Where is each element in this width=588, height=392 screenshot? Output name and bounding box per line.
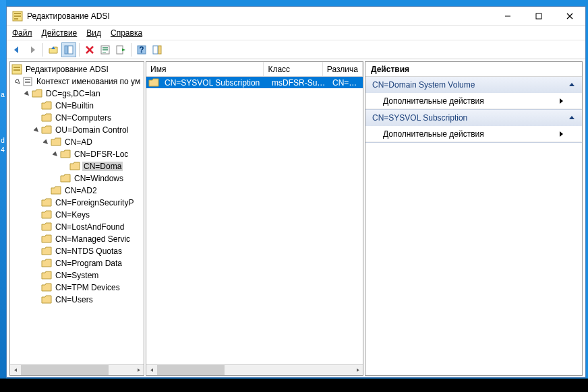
menu-view[interactable]: Вид xyxy=(86,28,101,38)
titlebar[interactable]: Редактирование ADSI xyxy=(7,7,585,26)
svg-marker-40 xyxy=(560,131,563,137)
cell-name: CN=SYSVOL Subscription xyxy=(161,78,268,88)
svg-rect-3 xyxy=(14,18,18,20)
folder-icon xyxy=(41,197,52,208)
tree-context[interactable]: Контекст именования по ум xyxy=(10,75,144,88)
scroll-thumb[interactable] xyxy=(21,365,109,375)
list-row-selected[interactable]: CN=SYSVOL Subscription msDFSR-Sub... CN=… xyxy=(146,77,363,88)
tree-label: CN=LostAndFound xyxy=(54,222,125,232)
action-head-label: CN=SYSVOL Subscription xyxy=(372,113,568,123)
help-button[interactable]: ? xyxy=(134,42,149,57)
back-button[interactable] xyxy=(9,42,24,57)
column-class[interactable]: Класс xyxy=(264,62,322,76)
svg-rect-11 xyxy=(65,46,67,54)
folder-icon xyxy=(41,294,52,305)
tree-label: CN=DFSR-Loc xyxy=(73,150,129,159)
refresh-button[interactable] xyxy=(98,42,113,57)
tree-item[interactable]: CN=Program Data xyxy=(10,257,144,269)
folder-icon xyxy=(41,125,52,135)
expand-icon[interactable] xyxy=(13,79,22,85)
tree-doma-selected[interactable]: CN=Doma xyxy=(10,160,144,172)
expand-icon[interactable] xyxy=(22,91,32,97)
svg-marker-33 xyxy=(14,368,17,372)
close-button[interactable] xyxy=(554,7,585,26)
minimize-button[interactable] xyxy=(492,7,523,26)
tree-ad[interactable]: CN=AD xyxy=(10,136,144,148)
tree-label: CN=Users xyxy=(54,295,94,304)
tree-label: CN=TPM Devices xyxy=(54,283,121,292)
actions-pane: Действия CN=Domain System Volume Дополни… xyxy=(365,61,583,376)
action-item-label: Дополнительные действия xyxy=(383,96,558,106)
tree-label: CN=Keys xyxy=(54,210,91,220)
menu-action[interactable]: Действие xyxy=(42,28,78,38)
tree-item[interactable]: CN=AD2 xyxy=(10,185,144,197)
column-name[interactable]: Имя xyxy=(146,62,264,76)
up-button[interactable] xyxy=(46,42,61,57)
scroll-thumb[interactable] xyxy=(157,365,225,375)
tree-item[interactable]: CN=Computers xyxy=(10,112,144,124)
svg-rect-16 xyxy=(117,46,123,54)
menu-file[interactable]: Файл xyxy=(12,28,32,38)
tree-label: CN=AD xyxy=(63,137,94,147)
folder-icon xyxy=(41,209,52,220)
toolbar-separator xyxy=(131,43,131,57)
svg-rect-1 xyxy=(14,13,21,14)
svg-marker-8 xyxy=(14,46,18,53)
svg-rect-28 xyxy=(25,81,30,83)
scroll-right-button[interactable] xyxy=(352,365,363,375)
tree-dfsr[interactable]: CN=DFSR-Loc xyxy=(10,148,144,160)
tree-scrollbar-horizontal[interactable] xyxy=(10,364,144,375)
actions-pane-button[interactable] xyxy=(150,42,165,57)
tree-item[interactable]: CN=Windows xyxy=(10,172,144,185)
maximize-button[interactable] xyxy=(523,7,554,26)
tree-root[interactable]: Редактирование ADSI xyxy=(10,63,144,75)
action-group-2: CN=SYSVOL Subscription Дополнительные де… xyxy=(365,110,582,143)
tree-item[interactable]: CN=Keys xyxy=(10,209,144,221)
tree-label: CN=Builtin xyxy=(54,101,95,110)
expand-icon[interactable] xyxy=(32,127,41,133)
tree[interactable]: Редактирование ADSI Контекст именования … xyxy=(10,62,144,364)
tree-item[interactable]: CN=TPM Devices xyxy=(10,282,144,294)
column-dn[interactable]: Различа xyxy=(323,62,363,76)
tree-item[interactable]: CN=Builtin xyxy=(10,100,144,112)
expand-icon[interactable] xyxy=(51,152,60,158)
scroll-left-button[interactable] xyxy=(146,365,157,375)
tree-label: Контекст именования по ум xyxy=(35,77,142,86)
list-scrollbar-horizontal[interactable] xyxy=(146,364,363,375)
tree-ou[interactable]: OU=Domain Control xyxy=(10,124,144,136)
forward-button[interactable] xyxy=(25,42,40,57)
action-more-2[interactable]: Дополнительные действия xyxy=(365,126,582,142)
tree-item[interactable]: CN=Users xyxy=(10,294,144,306)
action-head-domain-system-volume[interactable]: CN=Domain System Volume xyxy=(365,77,582,93)
tree-item[interactable]: CN=LostAndFound xyxy=(10,221,144,233)
list-header: Имя Класс Различа xyxy=(146,62,363,77)
tree-item[interactable]: CN=NTDS Quotas xyxy=(10,245,144,257)
tree-item[interactable]: CN=ForeignSecurityP xyxy=(10,197,144,209)
list-body[interactable]: CN=SYSVOL Subscription msDFSR-Sub... CN=… xyxy=(146,77,363,364)
collapse-icon xyxy=(568,81,575,88)
tree-label: CN=Computers xyxy=(54,113,113,123)
tree-item[interactable]: CN=Managed Servic xyxy=(10,233,144,245)
export-button[interactable] xyxy=(113,42,128,57)
folder-icon xyxy=(41,234,52,244)
menu-help[interactable]: Справка xyxy=(111,28,142,38)
collapse-icon xyxy=(568,115,575,121)
svg-marker-37 xyxy=(569,83,575,86)
scroll-left-button[interactable] xyxy=(10,365,21,375)
expand-icon[interactable] xyxy=(41,139,51,145)
scroll-right-button[interactable] xyxy=(133,365,144,375)
action-head-sysvol-subscription[interactable]: CN=SYSVOL Subscription xyxy=(365,110,582,126)
adsi-icon xyxy=(11,64,22,75)
list-pane: Имя Класс Различа CN=SYSVOL Subscription… xyxy=(146,61,363,376)
tree-dc[interactable]: DC=gs,DC=lan xyxy=(10,88,144,100)
tree-label: OU=Domain Control xyxy=(54,125,129,135)
tree-item[interactable]: CN=System xyxy=(10,269,144,282)
action-more-1[interactable]: Дополнительные действия xyxy=(365,93,582,109)
folder-icon xyxy=(51,137,61,148)
chevron-right-icon xyxy=(558,98,564,104)
folder-icon xyxy=(41,246,52,257)
delete-button[interactable] xyxy=(82,42,97,57)
folder-icon xyxy=(41,112,52,123)
svg-marker-30 xyxy=(34,127,40,133)
show-tree-button[interactable] xyxy=(61,42,76,57)
